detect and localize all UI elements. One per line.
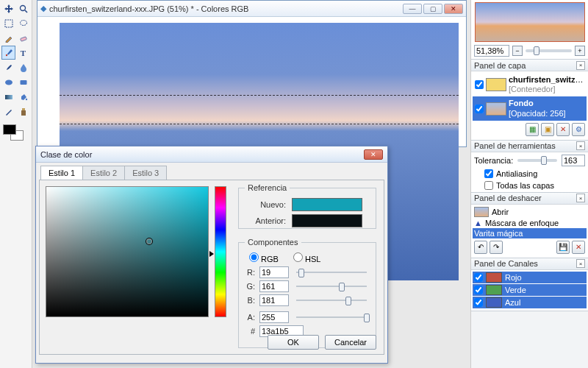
channels-panel-close[interactable]: × <box>576 259 585 268</box>
close-button[interactable]: ✕ <box>444 4 463 14</box>
tolerance-input[interactable] <box>562 155 585 166</box>
brush2-tool[interactable] <box>1 105 15 118</box>
eraser-tool[interactable] <box>16 31 30 45</box>
color-picker-tool[interactable] <box>1 46 15 60</box>
lasso-tool[interactable] <box>16 16 30 30</box>
channel-red[interactable]: Rojo <box>473 272 587 283</box>
undo-button[interactable]: ↶ <box>474 241 487 254</box>
bucket-tool[interactable] <box>16 90 30 104</box>
previous-color-swatch[interactable] <box>292 214 362 227</box>
color-swatches[interactable] <box>1 124 30 146</box>
new-color-label: Nuevo: <box>245 200 286 209</box>
all-layers-checkbox[interactable] <box>484 181 493 190</box>
redo-button[interactable]: ↷ <box>490 241 503 254</box>
layer-background-row[interactable]: Fondo[Opacidad: 256] <box>473 96 587 120</box>
layer-container-row[interactable]: churfirsten_switzerlan...[Contenedor] <box>473 73 587 96</box>
svg-point-0 <box>20 5 25 10</box>
rect-select-tool[interactable] <box>1 16 15 30</box>
delete-layer-button[interactable]: ✕ <box>556 123 570 136</box>
channel-red-checkbox[interactable] <box>474 273 483 282</box>
tab-style-2[interactable]: Estilo 2 <box>82 166 125 180</box>
duplicate-layer-button[interactable]: ▣ <box>541 123 554 136</box>
svg-point-5 <box>5 54 7 55</box>
r-slider[interactable] <box>293 267 370 277</box>
hsl-radio[interactable]: HSL <box>293 252 320 263</box>
components-legend: Componentes <box>245 238 301 247</box>
navigator-thumbnail[interactable] <box>475 2 585 42</box>
r-input[interactable] <box>259 266 289 278</box>
clear-history-button[interactable]: ✕ <box>572 241 585 254</box>
new-color-swatch[interactable] <box>292 198 362 211</box>
text-tool[interactable]: T <box>16 46 30 60</box>
channel-red-thumb <box>486 272 502 283</box>
rgb-radio[interactable]: RGB <box>249 252 279 263</box>
zoom-slider[interactable] <box>526 49 572 52</box>
save-history-button[interactable]: 💾 <box>556 241 570 254</box>
reference-fieldset: Referencia Nuevo: Anterior: <box>238 183 376 229</box>
a-input[interactable] <box>259 311 289 323</box>
channel-green-checkbox[interactable] <box>474 286 483 294</box>
previous-color-label: Anterior: <box>245 216 286 225</box>
ok-button[interactable]: OK <box>268 335 319 350</box>
cancel-button[interactable]: Cancelar <box>325 335 376 350</box>
zoom-tool[interactable] <box>16 1 30 15</box>
gradient-tool[interactable] <box>1 90 15 104</box>
brush-tool[interactable] <box>1 60 15 74</box>
layer-properties-button[interactable]: ⚙ <box>572 123 585 136</box>
tolerance-slider[interactable] <box>517 159 557 162</box>
antialias-checkbox[interactable] <box>484 169 493 178</box>
move-tool[interactable] <box>1 1 15 15</box>
channel-blue-checkbox[interactable] <box>474 298 483 307</box>
sv-cursor[interactable] <box>146 238 152 244</box>
svg-rect-2 <box>5 20 12 27</box>
channel-blue[interactable]: Azul <box>473 297 587 308</box>
pencil-tool[interactable] <box>1 31 15 45</box>
b-slider[interactable] <box>293 295 370 305</box>
undo-panel-title: Panel de deshacer <box>474 194 576 202</box>
layer-visible-checkbox[interactable] <box>475 105 484 113</box>
undo-item-open[interactable]: Abrir <box>473 206 587 218</box>
zoom-out-button[interactable]: − <box>512 46 523 56</box>
g-input[interactable] <box>259 280 289 292</box>
tab-style-1[interactable]: Estilo 1 <box>40 166 83 180</box>
layer-thumbnail <box>486 78 506 91</box>
undo-panel-close[interactable]: × <box>576 194 585 202</box>
clone-tool[interactable] <box>16 105 30 118</box>
svg-rect-4 <box>20 36 26 40</box>
svg-rect-7 <box>20 80 26 85</box>
dialog-close-button[interactable]: ✕ <box>364 149 383 160</box>
layer-visible-checkbox[interactable] <box>475 80 484 89</box>
b-input[interactable] <box>259 294 289 306</box>
saturation-value-field[interactable] <box>46 186 209 317</box>
undo-item-sharpen[interactable]: ▲Máscara de enfoque <box>473 218 587 228</box>
right-panels: − + Panel de capa× churfirsten_switzerla… <box>470 0 588 368</box>
tool-options-close[interactable]: × <box>576 141 585 150</box>
shape-ellipse-tool[interactable] <box>1 75 15 89</box>
blur-tool[interactable] <box>16 60 30 74</box>
undo-panel: Panel de deshacer× Abrir ▲Máscara de enf… <box>471 193 588 258</box>
svg-point-3 <box>20 20 26 25</box>
a-label: A: <box>245 313 255 322</box>
document-titlebar[interactable]: ◆ churfirsten_switzerland-xxx.JPG (51%) … <box>37 1 466 17</box>
r-label: R: <box>245 268 255 277</box>
dialog-titlebar[interactable]: Clase de color ✕ <box>36 146 387 163</box>
reference-legend: Referencia <box>245 183 290 192</box>
zoom-input[interactable] <box>474 45 509 57</box>
tab-style-3[interactable]: Estilo 3 <box>124 166 167 180</box>
tool-options-panel: Panel de herramientas× Tolerancia: Antia… <box>471 141 588 193</box>
layers-panel-close[interactable]: × <box>576 61 585 70</box>
undo-item-wand[interactable]: Varita mágica <box>473 228 587 238</box>
zoom-in-button[interactable]: + <box>575 46 585 56</box>
tool-options-title: Panel de herramientas <box>474 141 576 150</box>
g-slider[interactable] <box>293 281 370 291</box>
channel-green[interactable]: Verde <box>473 284 587 296</box>
a-slider[interactable] <box>293 312 370 322</box>
maximize-button[interactable]: ▢ <box>423 4 442 14</box>
hue-slider[interactable] <box>215 186 226 317</box>
foreground-swatch[interactable] <box>3 124 16 135</box>
layers-panel: Panel de capa× churfirsten_switzerlan...… <box>471 60 588 141</box>
new-layer-button[interactable]: ▦ <box>526 123 539 136</box>
document-title: churfirsten_switzerland-xxx.JPG (51%) * … <box>49 4 403 13</box>
minimize-button[interactable]: — <box>403 4 422 14</box>
shape-rect-tool[interactable] <box>16 75 30 89</box>
